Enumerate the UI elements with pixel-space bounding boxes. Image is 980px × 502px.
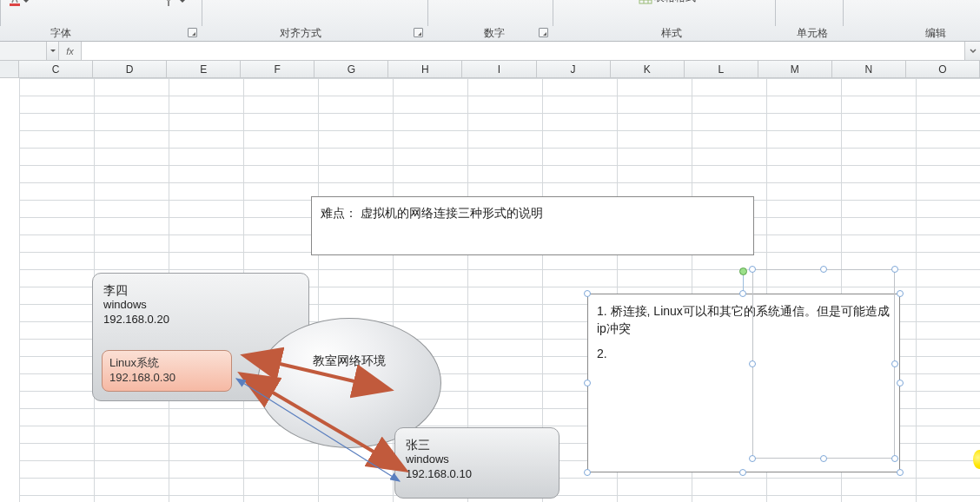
column-header[interactable]: J	[537, 61, 611, 77]
worksheet[interactable]: CDEFGHIJKLMNO 难点： 虚拟机的网络连接三种形式的说明 李四 win…	[0, 61, 980, 502]
selection-handle[interactable]	[749, 266, 756, 273]
title-text: 难点： 虚拟机的网络连接三种形式的说明	[321, 206, 543, 220]
alignment-dialog-launcher[interactable]	[414, 28, 423, 37]
ribbon-group-editing: 编辑	[914, 26, 957, 41]
selection-handle[interactable]	[897, 380, 904, 386]
ribbon-group-alignment: 对齐方式	[266, 26, 335, 41]
selection-handle[interactable]	[820, 266, 827, 273]
column-header[interactable]: E	[167, 61, 241, 77]
ribbon-group-cells: 单元格	[791, 26, 834, 41]
column-header[interactable]: K	[611, 61, 685, 77]
table-format-button[interactable]: 表格格式	[636, 0, 706, 7]
inner-selected-shape[interactable]	[752, 269, 895, 459]
formula-input[interactable]	[82, 42, 964, 60]
ribbon-group-number: 数字	[473, 26, 516, 41]
selection-handle[interactable]	[891, 455, 898, 462]
lisi-ip: 192.168.0.20	[103, 313, 298, 327]
format-brush-icon[interactable]	[162, 0, 189, 10]
lisi-os: windows	[103, 298, 298, 313]
linux-box[interactable]: Linux系统 192.168.0.30	[102, 350, 232, 392]
column-header[interactable]: I	[462, 61, 536, 77]
selection-handle[interactable]	[891, 360, 898, 367]
column-header[interactable]: F	[241, 61, 315, 77]
zhangsan-name: 张三	[406, 437, 548, 452]
select-all-corner[interactable]	[0, 61, 19, 78]
table-icon	[639, 0, 652, 4]
selection-handle[interactable]	[891, 266, 898, 273]
title-textbox[interactable]: 难点： 虚拟机的网络连接三种形式的说明	[311, 196, 754, 255]
column-header[interactable]: O	[906, 61, 980, 77]
zhangsan-os: windows	[406, 452, 548, 467]
column-header[interactable]: N	[832, 61, 906, 77]
formula-bar-expand-icon[interactable]	[964, 42, 980, 60]
selection-handle[interactable]	[749, 455, 756, 462]
zhangsan-ip: 192.168.0.10	[406, 467, 548, 482]
env-label: 教室网络环境	[313, 353, 386, 369]
selection-handle[interactable]	[739, 469, 746, 476]
ribbon-group-styles: 样式	[650, 26, 693, 41]
selection-handle[interactable]	[584, 469, 591, 476]
fx-label[interactable]: fx	[59, 42, 82, 60]
column-header[interactable]: C	[19, 61, 93, 77]
lisi-name: 李四	[103, 282, 298, 298]
column-header[interactable]: D	[93, 61, 167, 77]
selection-handle[interactable]	[820, 455, 827, 462]
selection-handle[interactable]	[749, 360, 756, 367]
adjustment-handle-icon[interactable]	[973, 450, 980, 469]
name-box[interactable]	[0, 42, 59, 60]
svg-rect-0	[10, 3, 20, 6]
ribbon-group-font: 字体	[35, 26, 87, 41]
selection-handle[interactable]	[584, 290, 591, 297]
column-header[interactable]: G	[315, 61, 388, 77]
font-color-icon[interactable]	[5, 0, 32, 10]
number-dialog-launcher[interactable]	[539, 28, 548, 37]
svg-rect-1	[167, 0, 170, 1]
table-format-label: 表格格式	[654, 0, 696, 5]
name-box-dropdown-icon[interactable]	[46, 42, 58, 60]
font-dialog-launcher[interactable]	[188, 28, 197, 37]
linux-ip: 192.168.0.30	[109, 371, 224, 386]
selection-handle[interactable]	[584, 380, 591, 386]
column-header[interactable]: H	[388, 61, 462, 77]
svg-rect-2	[639, 0, 652, 3]
column-headers: CDEFGHIJKLMNO	[19, 61, 980, 78]
rotation-handle-icon[interactable]	[739, 268, 747, 275]
selection-handle[interactable]	[897, 469, 904, 476]
ribbon: 字体 对齐方式 数字 样式 单元格 编辑 表格格式	[0, 0, 980, 42]
selection-handle[interactable]	[739, 290, 746, 297]
pc-box-zhangsan[interactable]: 张三 windows 192.168.0.10	[394, 427, 560, 499]
formula-bar: fx	[0, 42, 980, 61]
column-header[interactable]: L	[685, 61, 758, 77]
column-header[interactable]: M	[758, 61, 832, 77]
selection-handle[interactable]	[897, 290, 904, 297]
linux-title: Linux系统	[109, 356, 224, 371]
